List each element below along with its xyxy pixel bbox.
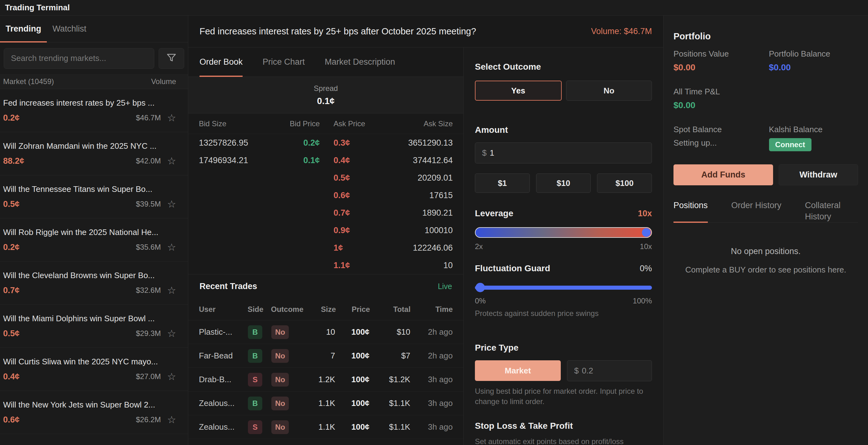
connect-button[interactable]: Connect <box>769 138 811 151</box>
trade-user: Plastic-... <box>199 327 248 337</box>
leverage-max-label: 10x <box>640 242 652 251</box>
price-currency-prefix: $ <box>574 366 579 376</box>
ask-price: 1.1¢ <box>320 261 374 270</box>
tab-market-description-label: Market Description <box>325 57 395 67</box>
price-type-label: Price Type <box>475 343 652 353</box>
favorite-star-icon[interactable]: ☆ <box>167 372 176 382</box>
search-input[interactable] <box>4 48 154 69</box>
no-button[interactable]: No <box>566 81 652 100</box>
tab-watchlist[interactable]: Watchlist <box>47 16 92 42</box>
market-price: 0.6¢ <box>3 415 20 425</box>
main-layout: Trending Watchlist Market (10459) Volume… <box>0 16 868 445</box>
trade-price: 100¢ <box>335 375 369 384</box>
yes-button[interactable]: Yes <box>475 81 562 100</box>
tab-trending[interactable]: Trending <box>0 16 47 42</box>
trade-size: 1.1K <box>303 422 335 432</box>
market-order-button[interactable]: Market <box>475 360 561 381</box>
market-list-item[interactable]: Will Rob Riggle win the 2025 National He… <box>0 218 188 262</box>
market-list-item[interactable]: Will the Miami Dolphins win Super Bowl .… <box>0 305 188 348</box>
market-price: 0.2¢ <box>3 242 20 252</box>
tab-order-book-label: Order Book <box>199 57 243 67</box>
market-list-item[interactable]: Will Curtis Sliwa win the 2025 NYC mayo.… <box>0 348 188 391</box>
trade-time: 3h ago <box>410 398 453 408</box>
positions-value-label: Positions Value <box>674 49 763 59</box>
market-price: 0.5¢ <box>3 199 20 209</box>
volume-column-label: Volume <box>151 77 176 86</box>
leverage-min-label: 2x <box>475 242 483 251</box>
ask-size: 3651290.13 <box>374 138 453 148</box>
amount-label: Amount <box>475 125 652 135</box>
leverage-slider-thumb[interactable] <box>642 228 651 237</box>
recent-trades-title: Recent Trades <box>199 281 257 291</box>
favorite-star-icon[interactable]: ☆ <box>167 285 176 295</box>
market-volume: $26.2M <box>136 415 161 424</box>
filter-button[interactable] <box>159 48 184 69</box>
fluctuation-guard-track[interactable] <box>475 286 652 290</box>
orderbook-row: 0.5¢ 20209.01 <box>188 169 463 186</box>
market-title: Fed increases interest rates by 25+ bps … <box>3 98 176 108</box>
all-time-pnl-label: All Time P&L <box>674 87 763 96</box>
favorite-star-icon[interactable]: ☆ <box>167 415 176 425</box>
ask-price: 0.3¢ <box>320 138 374 148</box>
market-list-item[interactable]: Will the Tennessee Titans win Super Bo..… <box>0 175 188 218</box>
withdraw-button[interactable]: Withdraw <box>779 165 858 185</box>
ask-size: 122246.06 <box>374 243 453 253</box>
market-price: 0.4¢ <box>3 372 20 382</box>
ask-price: 0.6¢ <box>320 190 374 200</box>
tab-positions[interactable]: Positions <box>674 199 708 222</box>
add-funds-button[interactable]: Add Funds <box>674 165 773 185</box>
limit-price-input[interactable]: $ 0.2 <box>567 360 652 381</box>
fluctuation-guard-thumb[interactable] <box>475 283 485 292</box>
tab-order-book[interactable]: Order Book <box>199 48 243 77</box>
trade-time: 3h ago <box>410 422 453 432</box>
tab-price-chart[interactable]: Price Chart <box>262 48 305 77</box>
amount-input[interactable]: $ 1 <box>475 143 652 164</box>
positions-value: $0.00 <box>674 62 763 72</box>
market-list-header: Market (10459) Volume <box>0 74 188 89</box>
trade-size: 7 <box>303 351 335 361</box>
favorite-star-icon[interactable]: ☆ <box>167 242 176 252</box>
market-title: Will Zohran Mamdani win the 2025 NYC ... <box>3 141 176 151</box>
bid-price-header: Bid Price <box>271 119 320 128</box>
outcome-badge: No <box>271 373 289 387</box>
ask-size: 374412.64 <box>374 156 453 165</box>
favorite-star-icon[interactable]: ☆ <box>167 113 176 123</box>
trade-price: 100¢ <box>335 422 369 432</box>
trades-side-header: Side <box>248 305 271 314</box>
favorite-star-icon[interactable]: ☆ <box>167 156 176 166</box>
market-question-header: Fed increases interest rates by 25+ bps … <box>188 16 663 48</box>
favorite-star-icon[interactable]: ☆ <box>167 328 176 338</box>
tab-market-description[interactable]: Market Description <box>325 48 395 77</box>
bid-price: 0.2¢ <box>271 138 320 148</box>
live-indicator: Live <box>438 282 452 291</box>
quick-amount-100-button[interactable]: $100 <box>597 173 652 193</box>
quick-amount-1-button[interactable]: $1 <box>475 173 530 193</box>
market-volume: $46.7M <box>136 113 161 122</box>
favorite-star-icon[interactable]: ☆ <box>167 199 176 209</box>
leverage-label: Leverage <box>475 208 513 218</box>
trades-total-header: Total <box>370 305 411 314</box>
trades-price-header: Price <box>336 305 370 314</box>
trade-total: $1.1K <box>369 422 410 432</box>
orderbook-row: 1.1¢ 10 <box>188 257 463 274</box>
market-list-item[interactable]: Will Zohran Mamdani win the 2025 NYC ...… <box>0 132 188 175</box>
market-list-item[interactable]: Will the Cleveland Browns win Super Bo..… <box>0 262 188 305</box>
market-list-item[interactable]: Will the New York Jets win Super Bowl 2.… <box>0 391 188 434</box>
tab-watchlist-label: Watchlist <box>53 24 87 34</box>
trading-terminal-app: Trading Terminal Trending Watchlist Mark… <box>0 0 868 445</box>
portfolio-balance-label: Portfolio Balance <box>769 49 858 59</box>
fluctuation-guard-slider[interactable] <box>475 283 652 292</box>
tab-order-history[interactable]: Order History <box>731 199 781 222</box>
orderbook-row: 1¢ 122246.06 <box>188 239 463 257</box>
recent-trades-header: Recent Trades Live <box>188 274 463 298</box>
side-badge: S <box>248 373 262 387</box>
market-list-item[interactable]: Fed increases interest rates by 25+ bps … <box>0 89 188 132</box>
withdraw-label: Withdraw <box>799 170 837 180</box>
tab-collateral-history[interactable]: Collateral History <box>805 199 858 222</box>
bid-size-header: Bid Size <box>199 119 271 128</box>
tab-positions-label: Positions <box>674 201 708 210</box>
portfolio-balance: $0.00 <box>769 62 858 72</box>
market-volume: $27.0M <box>136 372 161 381</box>
leverage-slider[interactable] <box>475 227 652 238</box>
quick-amount-10-button[interactable]: $10 <box>536 173 591 193</box>
